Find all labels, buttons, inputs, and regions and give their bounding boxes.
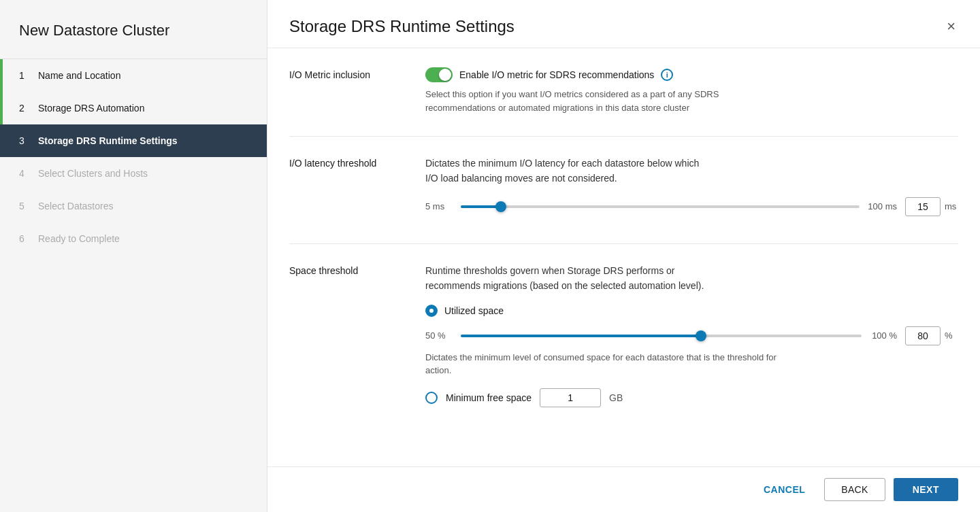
step-2-number: 2	[19, 103, 30, 114]
space-desc-line2: recommends migrations (based on the sele…	[425, 280, 704, 291]
toggle-description: Select this option if you want I/O metri…	[425, 88, 738, 114]
io-latency-input-group: ms	[905, 197, 958, 216]
io-latency-label: I/O latency threshold	[289, 158, 376, 169]
main-title: Storage DRS Runtime Settings	[289, 17, 514, 36]
step-1-number: 1	[19, 70, 30, 81]
main-footer: CANCEL BACK NEXT	[267, 466, 980, 512]
step-6-label: Ready to Complete	[38, 233, 120, 244]
minimum-free-input[interactable]	[540, 388, 601, 407]
sidebar: New Datastore Cluster 1 Name and Locatio…	[0, 0, 267, 512]
step-3-number: 3	[19, 135, 30, 146]
io-latency-slider-row: 5 ms 100 ms ms	[425, 197, 958, 216]
dictates-text: Dictates the minimum level of consumed s…	[425, 351, 779, 377]
minimum-free-label: Minimum free space	[446, 392, 532, 403]
utilized-space-input-group: %	[905, 326, 958, 345]
minimum-free-row: Minimum free space GB	[425, 388, 958, 407]
space-desc-line1: Runtime thresholds govern when Storage D…	[425, 265, 675, 276]
io-metric-control: Enable I/O metric for SDRS recommendatio…	[425, 67, 958, 114]
step-3-indicator	[0, 124, 3, 157]
next-button[interactable]: NEXT	[894, 478, 958, 501]
space-threshold-label: Space threshold	[289, 265, 358, 276]
utilized-space-radio-row: Utilized space	[425, 305, 958, 317]
io-latency-max: 100 ms	[868, 201, 897, 211]
step-4-label: Select Clusters and Hosts	[38, 168, 148, 179]
io-latency-control: Dictates the minimum I/O latency for eac…	[425, 156, 958, 222]
divider-1	[289, 136, 958, 137]
step-2[interactable]: 2 Storage DRS Automation	[0, 92, 267, 124]
minimum-free-unit: GB	[609, 392, 623, 403]
utilized-space-label: Utilized space	[444, 305, 504, 316]
step-2-label: Storage DRS Automation	[38, 103, 144, 114]
step-3[interactable]: 3 Storage DRS Runtime Settings	[0, 124, 267, 157]
space-threshold-label-col: Space threshold	[289, 263, 425, 407]
utilized-space-fill	[461, 335, 701, 337]
step-4-number: 4	[19, 168, 30, 179]
space-threshold-control: Runtime thresholds govern when Storage D…	[425, 263, 958, 407]
utilized-space-radio[interactable]	[425, 305, 438, 317]
divider-2	[289, 243, 958, 244]
main-content: I/O Metric inclusion Enable I/O metric f…	[267, 48, 980, 466]
step-5: 5 Select Datastores	[0, 190, 267, 222]
io-latency-slider-container	[461, 200, 860, 214]
latency-desc-line1: Dictates the minimum I/O latency for eac…	[425, 158, 699, 169]
space-threshold-section: Space threshold Runtime thresholds gover…	[289, 263, 958, 407]
utilized-space-slider-container	[461, 329, 862, 343]
space-description: Runtime thresholds govern when Storage D…	[425, 263, 806, 294]
close-button[interactable]: ×	[944, 16, 958, 37]
dialog-title: New Datastore Cluster	[0, 0, 267, 59]
io-latency-unit: ms	[945, 201, 958, 211]
step-1-indicator	[0, 59, 3, 92]
io-latency-track	[461, 205, 860, 208]
io-metric-toggle[interactable]	[425, 67, 453, 82]
utilized-space-track	[461, 335, 862, 337]
cancel-button[interactable]: CANCEL	[753, 479, 816, 500]
utilized-space-unit: %	[945, 330, 958, 341]
io-latency-min: 5 ms	[425, 201, 453, 211]
step-6: 6 Ready to Complete	[0, 222, 267, 255]
io-latency-label-col: I/O latency threshold	[289, 156, 425, 222]
step-5-number: 5	[19, 201, 30, 211]
toggle-row: Enable I/O metric for SDRS recommendatio…	[425, 67, 958, 82]
utilized-space-min: 50 %	[425, 330, 453, 341]
toggle-knob	[439, 69, 451, 81]
io-latency-thumb[interactable]	[495, 201, 506, 212]
io-metric-label: I/O Metric inclusion	[289, 69, 370, 80]
back-button[interactable]: BACK	[824, 478, 885, 501]
info-icon[interactable]: i	[661, 69, 673, 81]
io-metric-section: I/O Metric inclusion Enable I/O metric f…	[289, 67, 958, 114]
step-3-label: Storage DRS Runtime Settings	[38, 135, 178, 146]
steps-list: 1 Name and Location 2 Storage DRS Automa…	[0, 59, 267, 255]
step-5-label: Select Datastores	[38, 201, 114, 211]
io-latency-section: I/O latency threshold Dictates the minim…	[289, 156, 958, 222]
utilized-space-value-input[interactable]	[905, 326, 941, 345]
main-header: Storage DRS Runtime Settings ×	[267, 0, 980, 48]
io-latency-value-input[interactable]	[905, 197, 941, 216]
utilized-space-slider-row: 50 % 100 % %	[425, 326, 958, 345]
dialog: New Datastore Cluster 1 Name and Locatio…	[0, 0, 980, 512]
step-1-label: Name and Location	[38, 70, 120, 81]
toggle-label: Enable I/O metric for SDRS recommendatio…	[459, 69, 654, 80]
step-2-indicator	[0, 92, 3, 124]
minimum-free-radio[interactable]	[425, 392, 438, 404]
latency-desc-line2: I/O load balancing moves are not conside…	[425, 173, 617, 184]
main-panel: Storage DRS Runtime Settings × I/O Metri…	[267, 0, 980, 512]
utilized-space-max: 100 %	[870, 330, 897, 341]
utilized-space-thumb[interactable]	[696, 330, 706, 341]
io-metric-label-col: I/O Metric inclusion	[289, 67, 425, 114]
step-4: 4 Select Clusters and Hosts	[0, 157, 267, 190]
step-6-number: 6	[19, 233, 30, 244]
step-1[interactable]: 1 Name and Location	[0, 59, 267, 92]
latency-description: Dictates the minimum I/O latency for eac…	[425, 156, 806, 186]
